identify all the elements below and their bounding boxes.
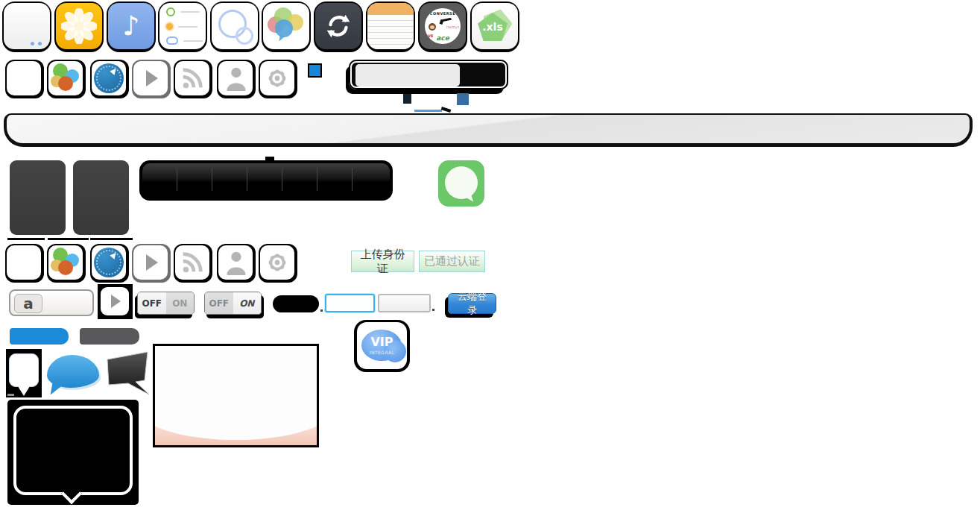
fragment-black-mark [441,107,452,113]
black-segmented-bar[interactable] [142,163,390,195]
popup-card [155,346,317,445]
toggle-off-state[interactable]: OFF ON [137,292,195,315]
toggle-on-state[interactable]: OFF ON [204,292,262,315]
small-icon-contact[interactable] [217,244,256,283]
fragment-blue-line [414,110,442,112]
app-icon-circles[interactable] [210,1,259,52]
hazzys-logo: hazzys [446,25,459,29]
small-icon-rss[interactable] [174,244,212,283]
toggle-off-label[interactable]: OFF [205,292,233,314]
ace-logo: ace [425,34,461,42]
app-icon-brands[interactable]: CONVERSE V8 hazzys ace [418,1,467,52]
music-icon: ♪ [108,3,154,49]
toggle-on-label[interactable]: ON [166,292,195,314]
vip-title: VIP [357,335,407,349]
vip-subtitle: INTEGRAL [357,350,407,355]
underline [90,238,133,240]
music-note-icon: ♪ [123,13,140,40]
app-icon-chat-cluster[interactable] [262,1,311,52]
play-tile[interactable] [98,284,133,319]
blue-button-bar[interactable] [10,328,69,345]
blue-square-swatch [308,63,322,78]
chat-bubbles-icon [263,3,309,49]
refresh-arrows-icon [323,10,354,42]
blank-app-icon [4,3,50,49]
person-icon [221,248,250,277]
small-icon-play[interactable] [132,244,171,283]
small-icon-color-balls[interactable] [47,244,86,283]
person-icon [221,64,250,92]
small-icon-blank[interactable] [5,244,44,283]
app-icon-photos[interactable] [54,1,104,52]
fragment-dark [403,94,411,104]
dot-icon [31,42,34,45]
black-tooltip-bubble [13,406,133,495]
glossy-toolbar [4,113,973,147]
app-icon-sync[interactable] [314,1,363,52]
play-icon [146,70,158,87]
upload-id-button[interactable]: 上传身份证 [351,251,414,272]
small-icon-rss[interactable] [174,60,212,98]
messages-app-icon[interactable] [438,160,484,207]
fragment-blue-square [457,93,469,105]
xls-icon: .xls [472,3,518,49]
vip-badge[interactable]: VIP INTEGRAL [354,320,410,372]
globe-icon [94,63,124,93]
chat-bubble-icon [445,166,478,199]
white-speech-bubble-asset [6,349,42,397]
brand-circle: CONVERSE V8 hazzys ace [425,8,461,44]
app-icon-music[interactable]: ♪ [107,1,156,52]
app-icon-xls[interactable]: .xls [470,1,519,52]
small-icon-blank[interactable] [5,60,44,98]
search-input[interactable] [355,64,460,87]
small-circle-icon [235,27,253,45]
converse-logo: CONVERSE [425,11,461,16]
toggle-off-label[interactable]: OFF [138,292,166,314]
tooltip-bubble-asset [7,400,139,505]
blue-speech-bubble [47,355,99,388]
white-speech-bubble [9,353,39,387]
small-icon-settings[interactable] [259,244,297,283]
black-pill [273,295,319,312]
bubble-tail-icon [279,36,285,43]
dark-card [10,160,66,235]
gray-button-bar[interactable] [80,328,139,345]
play-icon [146,254,158,271]
ring-bullet-icon [166,7,175,16]
app-icon-reminders[interactable] [158,1,207,52]
tooltip-tail [61,483,82,504]
small-icon-color-balls[interactable] [47,60,86,98]
search-field[interactable]: a [9,289,94,316]
small-icon-settings[interactable] [259,60,297,98]
verified-button[interactable]: 已通过认证 [419,251,485,272]
search-text-input[interactable] [45,293,91,312]
black-speech-bubble [102,350,152,397]
disabled-input[interactable] [378,294,431,312]
search-logo-icon: a [14,294,42,313]
peach-arc [155,423,317,445]
play-icon [111,295,121,308]
cloud-login-button[interactable]: 云端登录 [448,293,496,314]
app-icon-notes[interactable] [366,1,415,52]
bubble-tail [18,386,30,396]
flower-icon [56,3,102,49]
focused-input[interactable] [325,294,375,312]
rss-icon [178,248,206,277]
bubble-tail [51,383,64,397]
small-icon-contact[interactable] [217,60,256,98]
blue-bubble-icon [275,19,293,37]
search-bar-dark[interactable] [349,60,508,89]
app-icon-blank[interactable] [2,1,51,52]
rss-icon [178,64,206,92]
toggle-on-label[interactable]: ON [233,292,262,314]
chat-bubble-tail [466,195,473,204]
small-icon-globe[interactable] [90,244,129,283]
small-icon-play[interactable] [132,60,171,98]
gear-icon [265,66,290,91]
notes-header [367,3,414,15]
flower-petals-icon [61,8,97,44]
dot-mark [432,309,434,311]
circles-icon [212,3,258,49]
small-icon-globe[interactable] [90,60,129,98]
underline [48,238,89,240]
